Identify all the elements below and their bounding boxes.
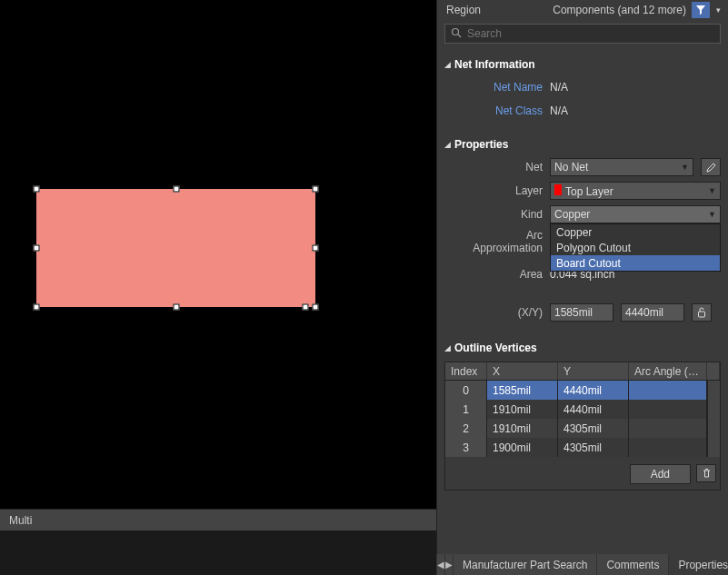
resize-handle-ne[interactable] xyxy=(313,186,319,193)
properties-panel: Region Components (and 12 more) ▾ ◢ Net … xyxy=(436,0,728,575)
arc-approx-label: Arc Approximation xyxy=(444,227,543,254)
kind-option[interactable]: Copper xyxy=(551,224,720,240)
chevron-down-icon: ▼ xyxy=(708,186,716,195)
resize-handle-w[interactable] xyxy=(34,245,40,252)
cell-y[interactable]: 4440mil xyxy=(558,381,629,400)
net-dropdown[interactable]: No Net ▼ xyxy=(550,158,693,176)
col-index[interactable]: Index xyxy=(445,362,487,380)
cell-x[interactable]: 1910mil xyxy=(487,400,558,419)
section-outline-vertices[interactable]: ◢ Outline Vertices xyxy=(444,338,721,358)
search-input[interactable] xyxy=(467,27,714,40)
table-row[interactable]: 01585mil4440mil xyxy=(445,381,707,400)
area-label: Area xyxy=(444,268,543,281)
layer-color-swatch xyxy=(554,184,562,195)
kind-dropdown-value: Copper xyxy=(554,208,590,221)
svg-rect-2 xyxy=(699,312,705,317)
cell-arc[interactable] xyxy=(629,381,707,400)
table-row[interactable]: 11910mil4440mil xyxy=(445,400,707,419)
layer-dropdown-value: Top Layer xyxy=(554,184,613,198)
canvas-tab-multi[interactable]: Multi xyxy=(0,510,41,530)
kind-label: Kind xyxy=(444,208,543,221)
col-arc[interactable]: Arc Angle (… xyxy=(629,362,707,380)
cell-y[interactable]: 4440mil xyxy=(558,400,629,419)
bottom-tab[interactable]: Comments xyxy=(596,554,668,575)
kind-dropdown-menu: CopperPolygon CutoutBoard Cutout xyxy=(550,223,721,272)
collapse-icon: ◢ xyxy=(444,343,451,352)
filter-button[interactable] xyxy=(692,2,710,18)
kind-option[interactable]: Board Cutout xyxy=(551,255,720,271)
section-properties[interactable]: ◢ Properties xyxy=(444,134,721,154)
resize-handle-sw[interactable] xyxy=(34,304,40,311)
net-class-value: N/A xyxy=(550,104,568,117)
net-class-label: Net Class xyxy=(444,104,543,117)
collapse-icon: ◢ xyxy=(444,140,451,149)
layer-label: Layer xyxy=(444,184,543,197)
panel-title: Region xyxy=(446,4,481,16)
svg-point-0 xyxy=(453,28,459,35)
cell-arc[interactable] xyxy=(629,438,707,457)
cell-arc[interactable] xyxy=(629,400,707,419)
outline-table-header: Index X Y Arc Angle (… xyxy=(445,362,720,381)
section-title-properties: Properties xyxy=(454,138,508,151)
collapse-icon: ◢ xyxy=(444,60,451,69)
chevron-down-icon: ▼ xyxy=(708,210,716,219)
section-title-outline: Outline Vertices xyxy=(454,342,537,354)
cell-index: 1 xyxy=(445,400,487,419)
cell-y[interactable]: 4305mil xyxy=(558,438,629,457)
kind-option[interactable]: Polygon Cutout xyxy=(551,240,720,255)
add-vertex-button[interactable]: Add xyxy=(630,464,691,484)
table-row[interactable]: 31900mil4305mil xyxy=(445,438,707,457)
cell-x[interactable]: 1900mil xyxy=(487,438,558,457)
outline-table: Index X Y Arc Angle (… 01585mil4440mil11… xyxy=(444,362,721,491)
col-y[interactable]: Y xyxy=(558,362,629,380)
kind-dropdown[interactable]: Copper ▼ xyxy=(550,205,721,223)
net-name-label: Net Name xyxy=(444,81,543,94)
chevron-down-icon: ▼ xyxy=(681,163,689,172)
tabs-scroll-left[interactable]: ◀ xyxy=(436,554,444,575)
cell-index: 2 xyxy=(445,419,487,438)
panel-header: Region Components (and 12 more) ▾ xyxy=(437,0,728,20)
net-label: Net xyxy=(444,161,543,173)
svg-line-1 xyxy=(458,35,461,37)
tabs-scroll-right[interactable]: ▶ xyxy=(444,554,453,575)
net-dropdown-value: No Net xyxy=(554,161,588,173)
panel-subtitle: Components (and 12 more) xyxy=(553,4,686,16)
resize-handle-s[interactable] xyxy=(174,304,180,311)
resize-handle-nw[interactable] xyxy=(34,186,40,193)
search-icon xyxy=(451,27,462,41)
resize-handle-e[interactable] xyxy=(313,245,319,252)
lock-button[interactable] xyxy=(692,303,712,322)
table-scrollbar[interactable] xyxy=(707,381,720,457)
delete-vertex-button[interactable] xyxy=(696,464,716,482)
bottom-tab[interactable]: Manufacturer Part Search xyxy=(453,554,596,575)
xy-label: (X/Y) xyxy=(444,306,543,319)
col-x[interactable]: X xyxy=(487,362,558,380)
net-edit-button[interactable] xyxy=(701,158,721,176)
cell-x[interactable]: 1910mil xyxy=(487,419,558,438)
canvas[interactable]: Multi xyxy=(0,0,436,530)
resize-handle-n[interactable] xyxy=(174,186,180,193)
search-bar[interactable] xyxy=(444,24,721,44)
filter-menu-button[interactable]: ▾ xyxy=(712,2,724,18)
table-row[interactable]: 21910mil4305mil xyxy=(445,419,707,438)
resize-handle-se1[interactable] xyxy=(303,304,309,311)
y-input[interactable] xyxy=(621,303,684,322)
section-title-net-information: Net Information xyxy=(454,58,535,71)
x-input[interactable] xyxy=(550,303,613,322)
cell-x[interactable]: 1585mil xyxy=(487,381,558,400)
bottom-tab-strip: ◀ ▶ Manufacturer Part SearchCommentsProp… xyxy=(436,554,728,575)
layer-dropdown[interactable]: Top Layer ▼ xyxy=(550,182,721,200)
canvas-tab-strip: Multi xyxy=(0,509,436,530)
cell-index: 3 xyxy=(445,438,487,457)
cell-arc[interactable] xyxy=(629,419,707,438)
region-shape[interactable] xyxy=(36,189,315,307)
cell-y[interactable]: 4305mil xyxy=(558,419,629,438)
cell-index: 0 xyxy=(445,381,487,400)
net-name-value: N/A xyxy=(550,81,568,94)
bottom-tab[interactable]: Properties xyxy=(668,554,728,575)
section-net-information[interactable]: ◢ Net Information xyxy=(444,55,721,74)
resize-handle-se2[interactable] xyxy=(313,304,319,311)
